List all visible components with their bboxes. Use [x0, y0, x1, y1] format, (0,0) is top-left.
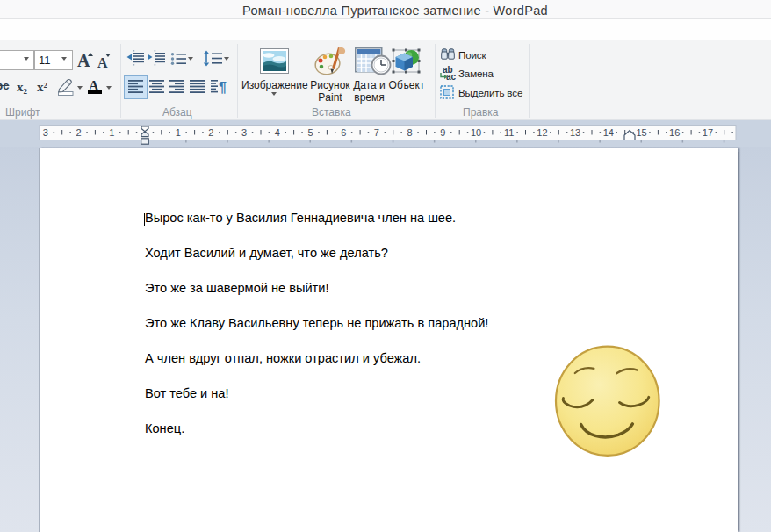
- svg-text:12: 12: [537, 127, 547, 138]
- svg-text:1: 1: [176, 127, 181, 138]
- svg-text:6: 6: [341, 127, 346, 138]
- svg-text:15: 15: [636, 127, 646, 138]
- svg-text:9: 9: [440, 127, 445, 138]
- svg-text:ac: ac: [446, 72, 456, 81]
- svg-text:11: 11: [504, 127, 514, 138]
- svg-text:¶: ¶: [219, 80, 227, 94]
- svg-text:4: 4: [275, 127, 280, 138]
- svg-text:5: 5: [307, 127, 313, 138]
- svg-text:10: 10: [471, 127, 481, 138]
- svg-text:3: 3: [241, 127, 247, 138]
- svg-text:8: 8: [407, 127, 413, 138]
- svg-text:2: 2: [76, 127, 82, 138]
- svg-text:3: 3: [43, 127, 48, 138]
- svg-text:17: 17: [703, 127, 713, 138]
- svg-text:16: 16: [669, 127, 680, 138]
- svg-text:1: 1: [109, 127, 114, 138]
- svg-text:14: 14: [603, 127, 614, 138]
- svg-text:13: 13: [570, 127, 580, 138]
- svg-text:2: 2: [208, 127, 213, 138]
- svg-text:7: 7: [374, 127, 379, 138]
